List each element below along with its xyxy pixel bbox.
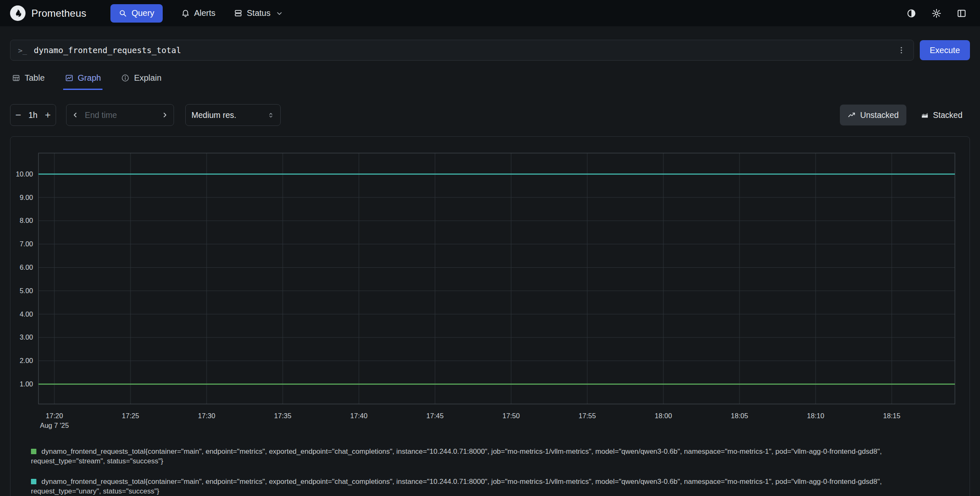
duration-increase-button[interactable]: + xyxy=(40,105,56,125)
svg-text:7.00: 7.00 xyxy=(20,240,33,248)
graph-svg[interactable]: 1.002.003.004.005.006.007.008.009.0010.0… xyxy=(10,137,970,436)
svg-text:8.00: 8.00 xyxy=(20,217,33,224)
svg-text:2.00: 2.00 xyxy=(20,357,33,364)
expression-input[interactable]: >_ dynamo_frontend_requests_total xyxy=(10,40,914,61)
stacked-label: Stacked xyxy=(933,110,962,120)
svg-text:17:50: 17:50 xyxy=(502,412,519,419)
server-icon xyxy=(234,9,243,18)
stacking-toggle: Unstacked Stacked xyxy=(840,105,970,125)
svg-text:18:05: 18:05 xyxy=(731,412,748,419)
stacked-area-icon xyxy=(921,111,929,119)
end-time-group xyxy=(66,104,174,126)
svg-text:6.00: 6.00 xyxy=(20,263,33,271)
table-icon xyxy=(12,74,20,82)
bell-icon xyxy=(181,9,190,18)
navbar: Prometheus Query Alerts Status xyxy=(0,0,980,26)
select-carets-icon xyxy=(267,112,274,119)
search-icon xyxy=(119,9,127,18)
legend-item[interactable]: dynamo_frontend_requests_total{container… xyxy=(31,477,948,496)
nav-alerts-label: Alerts xyxy=(194,8,215,18)
svg-text:18:15: 18:15 xyxy=(883,412,900,419)
legend-color-chip xyxy=(31,479,36,484)
svg-text:4.00: 4.00 xyxy=(20,310,33,318)
prometheus-logo-icon xyxy=(10,5,26,21)
legend: dynamo_frontend_requests_total{container… xyxy=(10,447,970,496)
navbar-right xyxy=(903,5,970,22)
svg-text:10.00: 10.00 xyxy=(16,170,33,178)
legend-color-chip xyxy=(31,449,36,454)
kebab-menu-icon[interactable] xyxy=(897,46,906,55)
svg-text:5.00: 5.00 xyxy=(20,287,33,294)
nav-status-label: Status xyxy=(247,8,271,18)
nav-query-label: Query xyxy=(131,8,154,18)
svg-text:Aug 7 '25: Aug 7 '25 xyxy=(40,422,69,429)
tab-table[interactable]: Table xyxy=(10,72,46,90)
docs-panel-button[interactable] xyxy=(953,5,970,22)
execute-button[interactable]: Execute xyxy=(920,40,970,60)
info-icon xyxy=(121,74,130,82)
line-chart-icon xyxy=(847,111,856,119)
svg-text:17:40: 17:40 xyxy=(350,412,367,419)
book-icon xyxy=(957,8,967,18)
svg-text:18:00: 18:00 xyxy=(655,412,672,419)
graph-panel: 1.002.003.004.005.006.007.008.009.0010.0… xyxy=(10,136,970,496)
svg-text:17:20: 17:20 xyxy=(46,412,63,419)
nav-alerts-button[interactable]: Alerts xyxy=(181,4,215,23)
legend-item[interactable]: dynamo_frontend_requests_total{container… xyxy=(31,447,948,466)
brand[interactable]: Prometheus xyxy=(10,5,86,21)
tab-graph-label: Graph xyxy=(78,73,101,83)
legend-label: dynamo_frontend_requests_total{container… xyxy=(31,478,882,495)
unstacked-label: Unstacked xyxy=(860,110,898,120)
theme-toggle-button[interactable] xyxy=(903,5,920,22)
stacked-button[interactable]: Stacked xyxy=(913,105,970,125)
result-tabs: Table Graph Explain xyxy=(0,72,980,90)
svg-text:17:55: 17:55 xyxy=(578,412,596,419)
tab-graph[interactable]: Graph xyxy=(63,72,103,90)
nav-query-button[interactable]: Query xyxy=(110,4,162,23)
time-back-button[interactable] xyxy=(67,105,84,125)
graph-icon xyxy=(65,74,74,82)
svg-text:17:30: 17:30 xyxy=(198,412,215,419)
svg-text:9.00: 9.00 xyxy=(20,194,33,201)
graph-controls: − 1h + Medium res. Unstacked Stacked xyxy=(0,104,980,126)
tab-explain-label: Explain xyxy=(134,73,161,83)
query-row: >_ dynamo_frontend_requests_total Execut… xyxy=(0,40,980,61)
duration-decrease-button[interactable]: − xyxy=(10,105,26,125)
end-time-input[interactable] xyxy=(84,110,156,120)
svg-text:17:25: 17:25 xyxy=(122,412,139,419)
tab-explain[interactable]: Explain xyxy=(119,72,163,90)
svg-text:18:10: 18:10 xyxy=(807,412,824,419)
brand-title: Prometheus xyxy=(31,8,86,19)
contrast-icon xyxy=(906,8,916,18)
gear-icon xyxy=(931,8,942,18)
terminal-prompt-icon: >_ xyxy=(18,46,27,55)
svg-text:17:35: 17:35 xyxy=(274,412,291,419)
settings-button[interactable] xyxy=(928,5,945,22)
unstacked-button[interactable]: Unstacked xyxy=(840,105,906,125)
duration-value[interactable]: 1h xyxy=(26,110,40,120)
svg-text:3.00: 3.00 xyxy=(20,333,33,341)
main-nav: Query Alerts Status xyxy=(110,4,283,23)
chevron-down-icon xyxy=(276,10,283,17)
time-forward-button[interactable] xyxy=(156,105,174,125)
resolution-value: Medium res. xyxy=(192,110,236,120)
resolution-select[interactable]: Medium res. xyxy=(185,104,281,126)
duration-group: − 1h + xyxy=(10,104,56,126)
expression-text[interactable]: dynamo_frontend_requests_total xyxy=(34,46,897,55)
legend-label: dynamo_frontend_requests_total{container… xyxy=(31,447,882,465)
nav-status-button[interactable]: Status xyxy=(234,4,283,23)
tab-table-label: Table xyxy=(25,73,45,83)
svg-text:17:45: 17:45 xyxy=(426,412,443,419)
svg-text:1.00: 1.00 xyxy=(20,380,33,388)
